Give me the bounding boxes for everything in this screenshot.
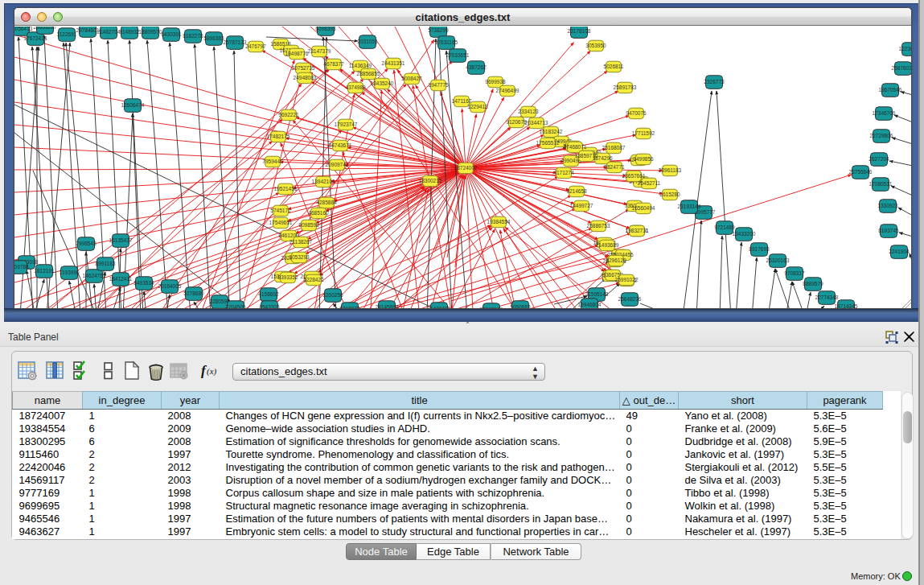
- svg-text:6430391: 6430391: [161, 31, 182, 37]
- svg-text:25648236: 25648236: [618, 296, 642, 302]
- svg-text:4374989: 4374989: [345, 84, 366, 90]
- svg-text:5896383: 5896383: [203, 35, 224, 41]
- svg-text:9692221: 9692221: [278, 112, 299, 117]
- svg-text:12236231: 12236231: [899, 46, 912, 51]
- svg-text:21493689: 21493689: [596, 242, 619, 248]
- svg-text:1947775: 1947775: [428, 82, 449, 88]
- svg-text:9148932: 9148932: [119, 29, 140, 35]
- svg-text:8991183: 8991183: [96, 261, 116, 266]
- svg-text:17080531: 17080531: [869, 181, 893, 187]
- svg-text:17672423: 17672423: [24, 35, 47, 41]
- svg-text:7959440: 7959440: [262, 159, 283, 164]
- svg-text:9214658: 9214658: [566, 188, 587, 194]
- svg-text:25991022: 25991022: [615, 277, 639, 282]
- svg-text:4158692: 4158692: [258, 291, 279, 297]
- svg-text:17711592: 17711592: [632, 130, 655, 136]
- svg-text:4387262: 4387262: [466, 64, 487, 70]
- svg-text:5278680: 5278680: [183, 290, 204, 296]
- svg-text:20909743: 20909743: [326, 162, 349, 167]
- svg-text:6009788: 6009788: [14, 264, 29, 270]
- svg-text:8889579: 8889579: [803, 281, 823, 286]
- svg-text:25452711: 25452711: [638, 180, 661, 186]
- svg-text:18724007: 18724007: [454, 165, 478, 171]
- svg-text:17631165: 17631165: [435, 39, 458, 45]
- svg-text:5060883: 5060883: [510, 304, 531, 309]
- svg-text:2334123: 2334123: [518, 109, 539, 114]
- svg-text:7998543: 7998543: [76, 241, 97, 246]
- svg-text:25891783: 25891783: [614, 84, 637, 90]
- svg-text:9120679: 9120679: [506, 119, 527, 125]
- svg-text:1229413: 1229413: [467, 104, 488, 109]
- svg-text:25876036: 25876036: [892, 65, 912, 71]
- svg-text:5493534: 5493534: [133, 280, 154, 286]
- svg-text:8182278: 8182278: [183, 33, 203, 39]
- svg-text:24145868: 24145868: [376, 304, 399, 309]
- svg-text:13942104: 13942104: [312, 179, 335, 184]
- svg-text:1122691: 1122691: [57, 31, 77, 37]
- svg-text:6098393: 6098393: [315, 27, 336, 31]
- svg-text:4171274: 4171274: [553, 170, 574, 175]
- svg-text:25886753: 25886753: [587, 223, 610, 229]
- svg-text:9699938: 9699938: [485, 79, 506, 84]
- svg-text:3296120: 3296120: [606, 257, 626, 263]
- svg-text:22774348: 22774348: [815, 295, 839, 300]
- svg-text:4685160: 4685160: [308, 210, 329, 216]
- svg-text:5824771: 5824771: [604, 164, 625, 170]
- svg-text:20752735: 20752735: [292, 65, 315, 71]
- svg-text:23657661: 23657661: [622, 173, 646, 179]
- svg-text:9470076: 9470076: [626, 110, 647, 116]
- svg-text:4285884: 4285884: [316, 200, 337, 205]
- svg-text:22729806: 22729806: [870, 133, 893, 138]
- svg-text:9708317: 9708317: [784, 270, 805, 276]
- svg-text:2241904: 2241904: [889, 249, 910, 254]
- svg-text:20344713: 20344713: [525, 120, 548, 126]
- svg-text:(x): (x): [207, 366, 217, 377]
- svg-text:27468071: 27468071: [564, 144, 587, 150]
- svg-text:27496499: 27496499: [496, 88, 519, 93]
- svg-text:23755646: 23755646: [849, 169, 873, 175]
- svg-text:3053950: 3053950: [585, 43, 606, 48]
- svg-text:13056413: 13056413: [14, 27, 33, 31]
- svg-text:19670546: 19670546: [879, 87, 902, 93]
- svg-text:21595148: 21595148: [585, 291, 609, 297]
- svg-text:15135427: 15135427: [109, 237, 133, 243]
- svg-text:29784801: 29784801: [76, 27, 100, 33]
- svg-text:12606474: 12606474: [121, 102, 145, 108]
- svg-text:7193990: 7193990: [59, 270, 80, 275]
- svg-text:21138267: 21138267: [290, 239, 313, 245]
- svg-text:9393352: 9393352: [277, 274, 298, 280]
- svg-text:11429401: 11429401: [428, 306, 451, 309]
- svg-text:19946804: 19946804: [578, 302, 602, 307]
- svg-text:13859770: 13859770: [575, 153, 598, 159]
- svg-text:28961183: 28961183: [659, 167, 682, 173]
- svg-text:29653287: 29653287: [34, 27, 57, 30]
- svg-text:17549651: 17549651: [269, 220, 293, 225]
- svg-text:26320163: 26320163: [766, 257, 790, 263]
- svg-text:2615280: 2615280: [659, 192, 680, 197]
- svg-text:23178108: 23178108: [568, 28, 591, 34]
- svg-text:2476797: 2476797: [245, 43, 266, 49]
- svg-text:9721489: 9721489: [714, 225, 735, 230]
- svg-text:23193149: 23193149: [678, 204, 701, 209]
- svg-text:17346706: 17346706: [873, 110, 896, 116]
- svg-text:3260256: 3260256: [322, 292, 343, 298]
- svg-text:25787133: 25787133: [224, 39, 247, 45]
- svg-text:5738299: 5738299: [428, 27, 449, 33]
- svg-text:2326773: 2326773: [704, 79, 725, 84]
- svg-text:16183242: 16183242: [540, 129, 563, 134]
- svg-text:1330923: 1330923: [877, 203, 898, 208]
- svg-text:27010651: 27010651: [446, 52, 470, 58]
- svg-text:19832731: 19832731: [626, 228, 649, 233]
- svg-text:16560494: 16560494: [632, 205, 655, 211]
- svg-text:17482175: 17482175: [267, 134, 290, 139]
- svg-text:5008427: 5008427: [401, 76, 422, 81]
- svg-text:13433200: 13433200: [733, 231, 756, 237]
- svg-text:19521456: 19521456: [274, 186, 298, 192]
- svg-text:14714345: 14714345: [835, 303, 858, 309]
- svg-text:13435240: 13435240: [371, 80, 394, 86]
- svg-text:2627204: 2627204: [869, 156, 889, 162]
- svg-text:1471167: 1471167: [452, 98, 472, 104]
- svg-text:24948083: 24948083: [294, 75, 317, 80]
- svg-text:5745171: 5745171: [270, 208, 291, 213]
- svg-text:18498776: 18498776: [285, 51, 309, 56]
